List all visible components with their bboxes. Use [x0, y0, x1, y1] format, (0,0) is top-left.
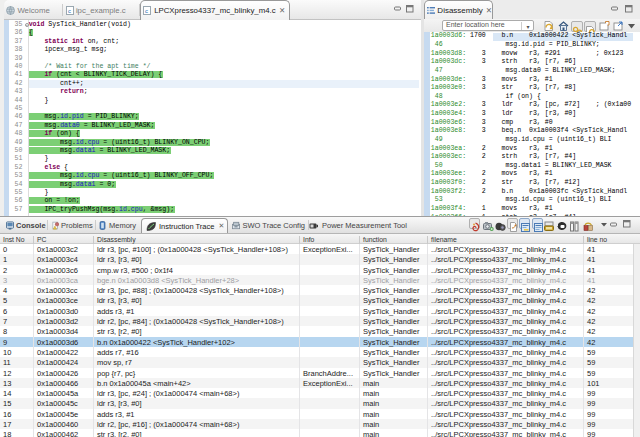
svg-text:c: c	[145, 8, 148, 14]
svg-text:c: c	[68, 8, 71, 14]
